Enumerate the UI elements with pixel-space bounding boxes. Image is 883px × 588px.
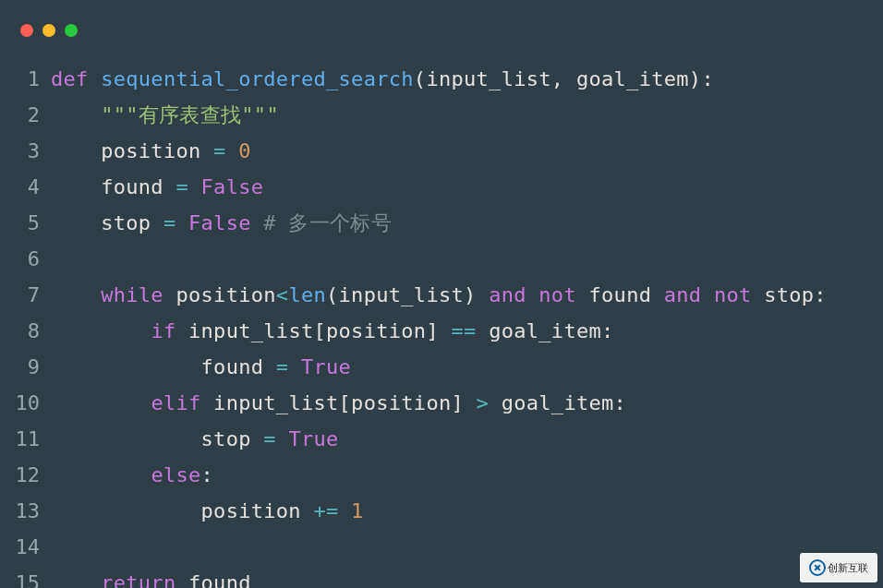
code-line: 5 stop = False # 多一个标号 xyxy=(0,205,883,241)
line-number: 3 xyxy=(0,133,51,169)
code-line: 1 def sequential_ordered_search(input_li… xyxy=(0,61,883,97)
logo-icon xyxy=(809,559,826,576)
line-number: 14 xyxy=(0,529,51,565)
code-line: 13 position += 1 xyxy=(0,493,883,529)
code-line: 9 found = True xyxy=(0,349,883,385)
code-content: found = False xyxy=(51,169,263,205)
code-content xyxy=(51,241,64,277)
code-content: if input_list[position] == goal_item: xyxy=(51,313,614,349)
window-controls xyxy=(20,24,78,37)
code-content: found = True xyxy=(51,349,351,385)
code-line: 4 found = False xyxy=(0,169,883,205)
code-line: 14 xyxy=(0,529,883,565)
code-content: else: xyxy=(51,457,213,493)
code-line: 7 while position<len(input_list) and not… xyxy=(0,277,883,313)
line-number: 4 xyxy=(0,169,51,205)
line-number: 8 xyxy=(0,313,51,349)
code-content: return found xyxy=(51,565,251,588)
line-number: 13 xyxy=(0,493,51,529)
code-content: while position<len(input_list) and not f… xyxy=(51,277,827,313)
line-number: 6 xyxy=(0,241,51,277)
watermark-text: 创新互联 xyxy=(828,561,868,575)
code-content: elif input_list[position] > goal_item: xyxy=(51,385,626,421)
minimize-icon[interactable] xyxy=(42,24,55,37)
code-content: stop = True xyxy=(51,421,339,457)
code-line: 11 stop = True xyxy=(0,421,883,457)
code-content: """有序表查找""" xyxy=(51,97,279,133)
line-number: 2 xyxy=(0,97,51,133)
code-content: def sequential_ordered_search(input_list… xyxy=(51,61,714,97)
code-line: 8 if input_list[position] == goal_item: xyxy=(0,313,883,349)
line-number: 7 xyxy=(0,277,51,313)
code-content: position = 0 xyxy=(51,133,251,169)
zoom-icon[interactable] xyxy=(65,24,78,37)
code-line: 6 xyxy=(0,241,883,277)
line-number: 15 xyxy=(0,565,51,588)
line-number: 9 xyxy=(0,349,51,385)
close-icon[interactable] xyxy=(20,24,33,37)
code-content xyxy=(51,529,64,565)
code-editor[interactable]: 1 def sequential_ordered_search(input_li… xyxy=(0,61,883,588)
line-number: 5 xyxy=(0,205,51,241)
line-number: 11 xyxy=(0,421,51,457)
line-number: 10 xyxy=(0,385,51,421)
line-number: 1 xyxy=(0,61,51,97)
code-line: 15 return found xyxy=(0,565,883,588)
code-line: 3 position = 0 xyxy=(0,133,883,169)
code-content: stop = False # 多一个标号 xyxy=(51,205,392,241)
watermark-badge: 创新互联 xyxy=(800,553,877,582)
code-line: 12 else: xyxy=(0,457,883,493)
code-line: 10 elif input_list[position] > goal_item… xyxy=(0,385,883,421)
code-line: 2 """有序表查找""" xyxy=(0,97,883,133)
line-number: 12 xyxy=(0,457,51,493)
code-content: position += 1 xyxy=(51,493,364,529)
